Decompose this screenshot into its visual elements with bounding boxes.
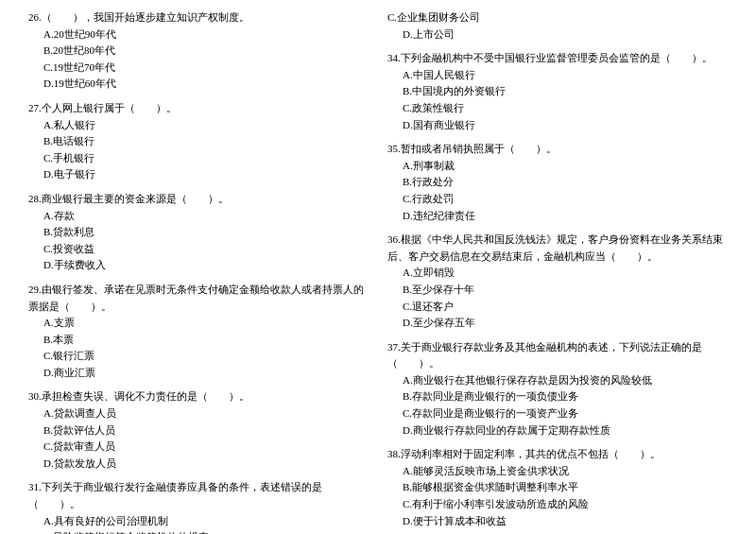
option-item: C.手机银行 [28,150,369,167]
option-item: C.贷款审查人员 [28,439,369,456]
question-text: 35.暂扣或者吊销执照属于（ ）。 [387,141,728,158]
option-item: B.行政处分 [387,174,728,191]
option-item: B.贷款评估人员 [28,422,369,439]
option-item: A.中国人民银行 [387,67,728,84]
question-block: 27.个人网上银行属于（ ）。A.私人银行B.电话银行C.手机银行D.电子银行 [28,100,369,183]
question-block: 36.根据《中华人民共和国反洗钱法》规定，客户身份资料在业务关系结束后、客户交易… [387,232,728,332]
option-item: D.手续费收入 [28,257,369,274]
option-item: A.私人银行 [28,117,369,134]
option-item: C.投资收益 [28,241,369,258]
option-item: C.有利于缩小利率引发波动所造成的风险 [387,496,728,513]
option-item: A.具有良好的公司治理机制 [28,513,369,530]
option-item: B.存款同业是商业银行的一项负债业务 [387,388,728,405]
option-item: D.贷款发放人员 [28,456,369,473]
question-text: 29.由银行签发、承诺在见票时无条件支付确定金额给收款人或者持票人的票据是（ ）… [28,282,369,315]
option-item: D.至少保存五年 [387,315,728,332]
question-text: 28.商业银行最主要的资金来源是（ ）。 [28,191,369,208]
question-block: 31.下列关于商业银行发行金融债券应具备的条件，表述错误的是（ ）。A.具有良好… [28,479,369,534]
option-item: D.违纪纪律责任 [387,208,728,225]
option-item: C.政策性银行 [387,100,728,117]
option-item: D.商业银行存款同业的存款属于定期存款性质 [387,422,728,439]
question-block: 29.由银行签发、承诺在见票时无条件支付确定金额给收款人或者持票人的票据是（ ）… [28,282,369,382]
option-item: A.贷款调查人员 [28,405,369,422]
question-block: C.企业集团财务公司D.上市公司 [387,9,728,43]
question-text: 34.下列金融机构中不受中国银行业监督管理委员会监管的是（ ）。 [387,50,728,67]
option-item: A.20世纪90年代 [28,26,369,43]
question-block: 26.（ ），我国开始逐步建立知识产权制度。A.20世纪90年代B.20世纪80… [28,9,369,93]
question-text: 27.个人网上银行属于（ ）。 [28,100,369,117]
option-item: B.能够根据资金供求随时调整利率水平 [387,479,728,496]
question-text: C.企业集团财务公司 [387,9,728,26]
right-column: C.企业集团财务公司D.上市公司34.下列金融机构中不受中国银行业监督管理委员会… [387,9,728,534]
option-item: D.上市公司 [387,26,728,43]
option-item: D.国有商业银行 [387,117,728,134]
option-item: A.能够灵活反映市场上资金供求状况 [387,463,728,480]
question-block: 38.浮动利率相对于固定利率，其共的优点不包括（ ）。A.能够灵活反映市场上资金… [387,446,728,529]
option-item: A.商业银行在其他银行保存存款是因为投资的风险较低 [387,372,728,389]
question-text: 37.关于商业银行存款业务及其他金融机构的表述，下列说法正确的是（ ）。 [387,339,728,372]
option-item: A.立即销毁 [387,265,728,282]
option-item: B.电话银行 [28,133,369,150]
option-item: C.存款同业是商业银行的一项资产业务 [387,405,728,422]
option-item: B.风险监管指标符合监管机构的规定 [28,529,369,534]
option-item: D.电子银行 [28,166,369,183]
question-block: 30.承担检查失误、调化不力责任的是（ ）。A.贷款调查人员B.贷款评估人员C.… [28,388,369,472]
question-block: 34.下列金融机构中不受中国银行业监督管理委员会监管的是（ ）。A.中国人民银行… [387,50,728,133]
question-text: 26.（ ），我国开始逐步建立知识产权制度。 [28,9,369,26]
option-item: B.贷款利息 [28,224,369,241]
page-content: 26.（ ），我国开始逐步建立知识产权制度。A.20世纪90年代B.20世纪80… [28,9,728,534]
question-text: 31.下列关于商业银行发行金融债券应具备的条件，表述错误的是（ ）。 [28,479,369,512]
option-item: B.20世纪80年代 [28,43,369,60]
option-item: C.退还客户 [387,299,728,316]
left-column: 26.（ ），我国开始逐步建立知识产权制度。A.20世纪90年代B.20世纪80… [28,9,369,534]
question-block: 28.商业银行最主要的资金来源是（ ）。A.存款B.贷款利息C.投资收益D.手续… [28,191,369,274]
option-item: D.便于计算成本和收益 [387,513,728,530]
option-item: C.19世纪70年代 [28,60,369,77]
option-item: A.支票 [28,315,369,332]
question-text: 30.承担检查失误、调化不力责任的是（ ）。 [28,388,369,405]
option-item: C.银行汇票 [28,348,369,365]
question-text: 36.根据《中华人民共和国反洗钱法》规定，客户身份资料在业务关系结束后、客户交易… [387,232,728,265]
option-item: B.本票 [28,332,369,349]
question-block: 37.关于商业银行存款业务及其他金融机构的表述，下列说法正确的是（ ）。A.商业… [387,339,728,439]
option-item: D.19世纪60年代 [28,76,369,93]
option-item: B.至少保存十年 [387,282,728,299]
option-item: C.行政处罚 [387,191,728,208]
option-item: A.刑事制裁 [387,158,728,175]
option-item: D.商业汇票 [28,365,369,382]
option-item: A.存款 [28,208,369,225]
option-item: B.中国境内的外资银行 [387,83,728,100]
question-text: 38.浮动利率相对于固定利率，其共的优点不包括（ ）。 [387,446,728,463]
question-block: 35.暂扣或者吊销执照属于（ ）。A.刑事制裁B.行政处分C.行政处罚D.违纪纪… [387,141,728,224]
